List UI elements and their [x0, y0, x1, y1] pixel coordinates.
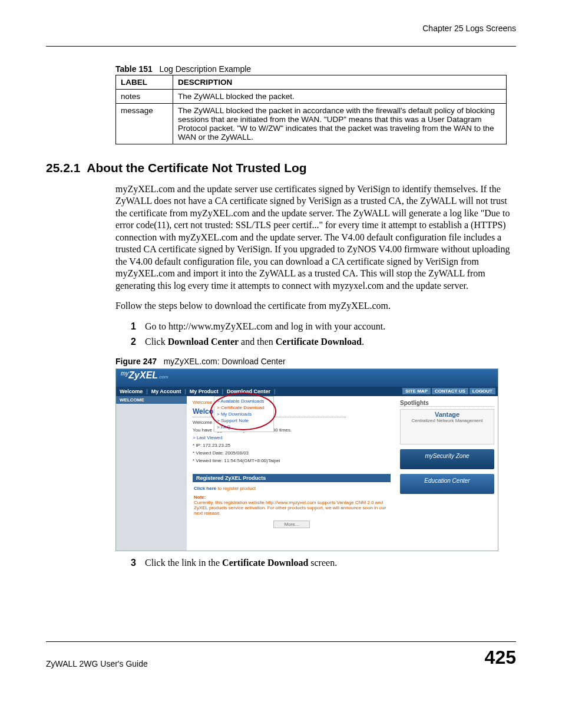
figure-caption: Figure 247 myZyXEL.com: Download Center: [115, 357, 516, 366]
dd-faq[interactable]: > FAQ: [217, 424, 271, 430]
ss-ip: * IP: 172.23.23.25: [193, 443, 391, 448]
nav-contact[interactable]: CONTACT US: [432, 388, 468, 394]
dd-support[interactable]: > Support Note: [217, 417, 271, 424]
nav-sitemap[interactable]: SITE MAP: [402, 388, 431, 394]
body-paragraph: myZyXEL.com and the update server use ce…: [115, 183, 516, 292]
table-number: Table 151: [115, 64, 153, 74]
nav-download[interactable]: Download Center: [227, 388, 270, 394]
screenshot-download-center: myZyXEL.com Welcome| My Account| My Prod…: [115, 368, 498, 551]
table-title: Log Description Example: [159, 64, 251, 74]
footer-guide-name: ZyWALL 2WG User's Guide: [46, 659, 148, 668]
table-header-row: LABEL DESCRIPTION: [116, 75, 507, 90]
col-description: DESCRIPTION: [173, 75, 507, 90]
header-rule: [46, 46, 516, 47]
body-paragraph: Follow the steps below to download the c…: [115, 300, 516, 312]
ss-tile-education[interactable]: Education Center: [400, 474, 494, 494]
ss-last-viewed: > Last Viewed: [193, 435, 391, 440]
ss-tile-vantage[interactable]: Vantage Centralized Network Management: [400, 409, 494, 444]
ss-note-body: Currently, this registration website htt…: [194, 500, 389, 516]
ss-dropdown-menu: > Available Downloads > Certificate Down…: [214, 396, 274, 432]
cell-label: notes: [116, 90, 173, 104]
table-caption: Table 151 Log Description Example: [115, 64, 516, 74]
steps-list: Go to http://www.myZyXEL.com and log in …: [131, 321, 516, 349]
step-3: Click the link in the Certificate Downlo…: [131, 557, 516, 569]
steps-list-cont: Click the link in the Certificate Downlo…: [131, 557, 516, 569]
ss-note-h: Note:: [194, 495, 206, 500]
nav-account[interactable]: My Account: [151, 388, 181, 394]
section-title: About the Certificate Not Trusted Log: [87, 161, 306, 174]
ss-spotlights: Spotlights: [400, 400, 494, 407]
ss-nav-right: SITE MAP CONTACT US LOGOUT: [402, 388, 495, 394]
table-row: notes The ZyWALL blocked the packet.: [116, 90, 507, 104]
cell-label: message: [116, 104, 173, 144]
col-label: LABEL: [116, 75, 173, 90]
step-2: Click Download Center and then Certifica…: [131, 336, 516, 348]
ss-left-welcome[interactable]: WELCOME: [116, 396, 187, 404]
ss-reg-header: Registered ZyXEL Products: [193, 474, 391, 482]
page-footer: ZyWALL 2WG User's Guide 425: [46, 641, 516, 668]
nav-logout[interactable]: LOGOUT: [470, 388, 495, 394]
cell-desc: The ZyWALL blocked the packet in accorda…: [173, 104, 507, 144]
figure-title: myZyXEL.com: Download Center: [164, 357, 286, 366]
ss-time: * Viewed time: 11:54:54(GMT+8:00)Taipei: [193, 458, 391, 463]
ss-tile-security[interactable]: mySecurity Zone: [400, 449, 494, 469]
table-row: message The ZyWALL blocked the packet in…: [116, 104, 507, 144]
log-description-table: LABEL DESCRIPTION notes The ZyWALL block…: [115, 75, 507, 144]
ss-right-panel: Spotlights Vantage Centralized Network M…: [396, 396, 498, 551]
ss-date: * Viewed Date: 2005/08/03: [193, 450, 391, 456]
dd-certificate[interactable]: > Certificate Download: [217, 404, 271, 411]
ss-more-button[interactable]: More...: [273, 521, 310, 528]
footer-page-number: 425: [485, 647, 516, 668]
cell-desc: The ZyWALL blocked the packet.: [173, 90, 507, 104]
section-heading: 25.2.1 About the Certificate Not Trusted…: [46, 161, 516, 175]
figure-number: Figure 247: [115, 357, 157, 366]
ss-topbar: myZyXEL.com: [116, 369, 498, 387]
chapter-label: Chapter 25 Logs Screens: [46, 24, 516, 35]
ss-left-panel: WELCOME: [116, 396, 187, 551]
dd-mydownloads[interactable]: > My Downloads: [217, 411, 271, 417]
step-1: Go to http://www.myZyXEL.com and log in …: [131, 321, 516, 333]
nav-product[interactable]: My Product: [190, 388, 219, 394]
zyxel-logo: myZyXEL.com: [121, 370, 168, 381]
section-number: 25.2.1: [46, 161, 80, 174]
dd-available[interactable]: > Available Downloads: [217, 398, 271, 404]
nav-welcome[interactable]: Welcome: [120, 388, 143, 394]
ss-click-here-link[interactable]: Click here: [194, 486, 216, 491]
